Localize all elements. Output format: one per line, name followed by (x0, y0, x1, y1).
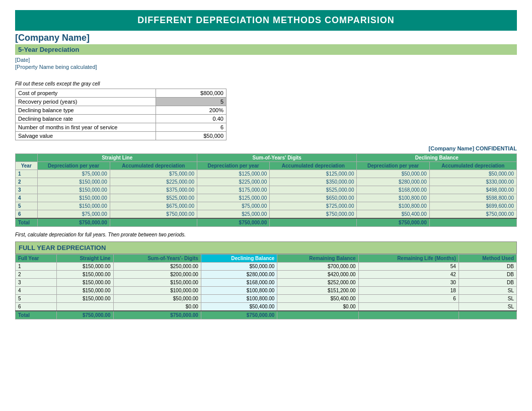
fy-col-header: Full Year (16, 255, 57, 263)
col-db-acc: Accumulated depreciation (429, 162, 516, 170)
full-year-table: Full YearStraight LineSum-of-Years'- Dig… (15, 254, 517, 319)
group-header-syd: Sum-of-Years' Digits (197, 154, 356, 162)
input-label: Salvage value (16, 132, 156, 140)
group-header-db: Declining Balance (357, 154, 517, 162)
date-label: [Date] (15, 57, 517, 63)
instruction: Fill out these cells except the gray cel… (15, 81, 517, 87)
company-name: [Company Name] (15, 33, 517, 43)
input-table: Cost of property$800,000Recovery period … (15, 89, 226, 140)
fy-total-row: Total$750,000.00$750,000.00$750,000.00 (16, 311, 517, 319)
input-value: $50,000 (156, 132, 226, 140)
input-label: Declining balance rate (16, 115, 156, 123)
input-row: Declining balance type200% (16, 106, 226, 115)
footnote: First, calculate depreciation for full y… (15, 232, 517, 237)
input-value: 200% (156, 106, 226, 115)
fy-row: 3$150,000.00$150,000.00$168,000.00$252,0… (16, 279, 517, 287)
confidential-line: [Company Name] CONFIDENTIAL (15, 145, 517, 151)
col-year: Year (16, 162, 38, 170)
fy-row: 1$150,000.00$250,000.00$50,000.00$700,00… (16, 263, 517, 271)
input-value: 5 (156, 98, 226, 106)
input-label: Declining balance type (16, 106, 156, 115)
dep-row: 2$150,000.00$225,000.00$225,000.00$350,0… (16, 178, 517, 186)
input-value: 0.40 (156, 115, 226, 123)
fy-col-header: Method Used (459, 255, 516, 263)
dep-row: 6$75,000.00$750,000.00$25,000.00$750,000… (16, 210, 517, 219)
fy-row: 2$150,000.00$200,000.00$280,000.00$420,0… (16, 271, 517, 279)
section-label: 5-Year Depreciation (15, 44, 517, 55)
fy-row: 5$150,000.00$50,000.00$100,800.00$50,400… (16, 295, 517, 303)
input-row: Recovery period (years)5 (16, 98, 226, 106)
fy-col-header: Straight Line (56, 255, 113, 263)
input-label: Cost of property (16, 89, 156, 98)
property-label: [Property Name being calculated] (15, 64, 517, 70)
col-syd-dep: Depreciation per year (197, 162, 269, 170)
full-year-header: FULL YEAR DEPRECIATION (15, 241, 517, 254)
dep-row: 1$75,000.00$75,000.00$125,000.00$125,000… (16, 170, 517, 178)
input-label: Number of months in first year of servic… (16, 123, 156, 132)
dep-row: 4$150,000.00$525,000.00$125,000.00$650,0… (16, 194, 517, 202)
col-sl-dep: Depreciation per year (37, 162, 110, 170)
fy-row: 4$150,000.00$100,000.00$100,800.00$151,2… (16, 287, 517, 295)
fy-col-header: Remaining Balance (277, 255, 358, 263)
input-row: Number of months in first year of servic… (16, 123, 226, 132)
col-db-dep: Depreciation per year (357, 162, 429, 170)
fy-col-header: Sum-of-Years'- Digits (113, 255, 201, 263)
input-label: Recovery period (years) (16, 98, 156, 106)
confidential-text: [Company Name] CONFIDENTIAL (429, 145, 517, 151)
dep-row: 5$150,000.00$675,000.00$75,000.00$725,00… (16, 202, 517, 210)
fy-row: 6$0.00$50,400.00$0.00SL (16, 303, 517, 311)
input-row: Declining balance rate0.40 (16, 115, 226, 123)
group-header-sl: Straight Line (37, 154, 197, 162)
fy-col-header: Declining Balance (201, 255, 277, 263)
col-syd-acc: Accumulated depreciation (270, 162, 357, 170)
fy-col-header: Remaining Life (Months) (358, 255, 459, 263)
input-row: Cost of property$800,000 (16, 89, 226, 98)
dep-total-row: Total$750,000.00$750,000.00$750,000.00 (16, 218, 517, 227)
input-value: $800,000 (156, 89, 226, 98)
input-row: Salvage value$50,000 (16, 132, 226, 140)
col-sl-acc: Accumulated depreciation (110, 162, 197, 170)
main-title: DIFFERENT DEPRECIATION METHODS COMPARISI… (15, 10, 517, 31)
main-dep-table: Straight Line Sum-of-Years' Digits Decli… (15, 153, 517, 227)
dep-row: 3$150,000.00$375,000.00$175,000.00$525,0… (16, 186, 517, 194)
input-value: 6 (156, 123, 226, 132)
